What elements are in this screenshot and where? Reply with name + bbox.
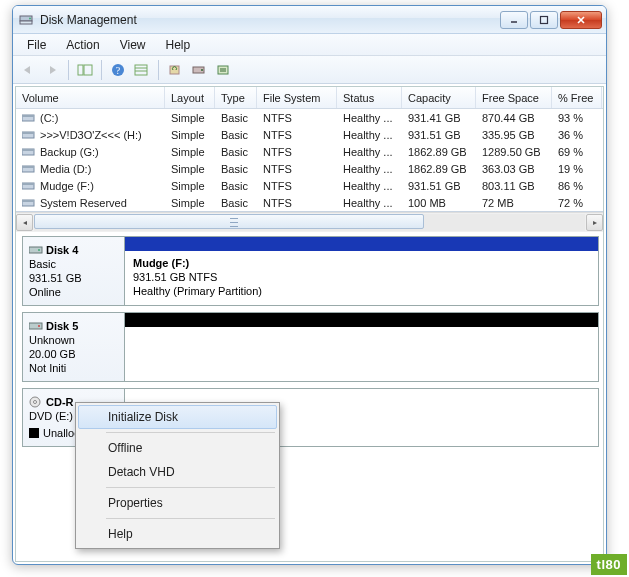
menu-view[interactable]: View <box>110 35 156 55</box>
rescan-icon[interactable] <box>188 59 210 81</box>
cell-fs: NTFS <box>257 145 337 159</box>
column-status[interactable]: Status <box>337 87 402 108</box>
cell-fs: NTFS <box>257 162 337 176</box>
partition-header <box>125 237 598 251</box>
disk-label[interactable]: Disk 5 Unknown 20.00 GB Not Initi <box>23 313 125 381</box>
cell-type: Basic <box>215 162 257 176</box>
table-row[interactable]: System ReservedSimpleBasicNTFSHealthy ..… <box>16 194 603 211</box>
action-icon[interactable] <box>212 59 234 81</box>
context-menu: Initialize Disk Offline Detach VHD Prope… <box>75 402 280 549</box>
disk-state: Not Initi <box>29 361 118 375</box>
scroll-thumb[interactable] <box>34 214 424 229</box>
svg-rect-23 <box>22 132 34 134</box>
disk-type: Basic <box>29 257 118 271</box>
cell-pct: 93 % <box>552 111 602 125</box>
table-row[interactable]: Backup (G:)SimpleBasicNTFSHealthy ...186… <box>16 143 603 160</box>
table-row[interactable]: Mudge (F:)SimpleBasicNTFSHealthy ...931.… <box>16 177 603 194</box>
cell-pct: 36 % <box>552 128 602 142</box>
svg-rect-21 <box>22 115 34 117</box>
cell-status: Healthy ... <box>337 128 402 142</box>
partition[interactable]: Mudge (F:) 931.51 GB NTFS Healthy (Prima… <box>125 237 598 305</box>
svg-point-37 <box>34 401 37 404</box>
column-layout[interactable]: Layout <box>165 87 215 108</box>
cell-fs: NTFS <box>257 111 337 125</box>
svg-text:?: ? <box>116 64 121 75</box>
cell-layout: Simple <box>165 128 215 142</box>
cell-layout: Simple <box>165 162 215 176</box>
disk-state: Online <box>29 285 118 299</box>
svg-rect-34 <box>29 323 42 329</box>
column-filesystem[interactable]: File System <box>257 87 337 108</box>
scroll-left-button[interactable]: ◂ <box>16 214 33 231</box>
scroll-right-button[interactable]: ▸ <box>586 214 603 231</box>
disk-row-disk4[interactable]: Disk 4 Basic 931.51 GB Online Mudge (F:)… <box>22 236 599 306</box>
cell-pct: 69 % <box>552 145 602 159</box>
svg-rect-32 <box>29 247 42 253</box>
svg-rect-14 <box>170 66 179 74</box>
table-row[interactable]: >>>V!D3O'Z<<< (H:)SimpleBasicNTFSHealthy… <box>16 126 603 143</box>
context-properties[interactable]: Properties <box>78 491 277 515</box>
column-capacity[interactable]: Capacity <box>402 87 476 108</box>
cell-type: Basic <box>215 179 257 193</box>
menu-help[interactable]: Help <box>156 35 201 55</box>
horizontal-scrollbar[interactable]: ◂ ▸ <box>16 212 603 232</box>
table-row[interactable]: (C:)SimpleBasicNTFSHealthy ...931.41 GB8… <box>16 109 603 126</box>
disk-row-disk5[interactable]: Disk 5 Unknown 20.00 GB Not Initi <box>22 312 599 382</box>
context-separator <box>106 432 275 433</box>
context-initialize-disk[interactable]: Initialize Disk <box>78 405 277 429</box>
watermark: tl80 <box>591 554 627 575</box>
scroll-track[interactable] <box>34 214 585 231</box>
cell-capacity: 931.51 GB <box>402 128 476 142</box>
forward-button[interactable] <box>41 59 63 81</box>
cell-status: Healthy ... <box>337 179 402 193</box>
svg-rect-29 <box>22 183 34 185</box>
menu-file[interactable]: File <box>17 35 56 55</box>
context-offline[interactable]: Offline <box>78 436 277 460</box>
cell-fs: NTFS <box>257 179 337 193</box>
disk-size: 931.51 GB <box>29 271 118 285</box>
cell-free: 335.95 GB <box>476 128 552 142</box>
svg-rect-17 <box>218 66 228 74</box>
volume-name: >>>V!D3O'Z<<< (H:) <box>40 129 142 141</box>
disk-name: Disk 4 <box>46 244 78 256</box>
refresh-icon[interactable] <box>164 59 186 81</box>
minimize-button[interactable] <box>500 11 528 29</box>
column-type[interactable]: Type <box>215 87 257 108</box>
volume-icon <box>22 112 36 124</box>
cell-fs: NTFS <box>257 196 337 210</box>
cell-capacity: 931.51 GB <box>402 179 476 193</box>
settings-list-icon[interactable] <box>131 59 153 81</box>
titlebar[interactable]: Disk Management <box>13 6 606 34</box>
app-icon <box>19 13 35 27</box>
svg-rect-31 <box>22 200 34 202</box>
toolbar-separator <box>101 60 102 80</box>
cell-pct: 19 % <box>552 162 602 176</box>
context-help[interactable]: Help <box>78 522 277 546</box>
cell-status: Healthy ... <box>337 196 402 210</box>
column-volume[interactable]: Volume <box>16 87 165 108</box>
disk-label[interactable]: Disk 4 Basic 931.51 GB Online <box>23 237 125 305</box>
column-pctfree[interactable]: % Free <box>552 87 602 108</box>
column-free[interactable]: Free Space <box>476 87 552 108</box>
maximize-button[interactable] <box>530 11 558 29</box>
volume-name: Media (D:) <box>40 163 91 175</box>
partition-header <box>125 313 598 327</box>
cell-capacity: 1862.89 GB <box>402 145 476 159</box>
svg-point-2 <box>29 17 31 19</box>
menu-action[interactable]: Action <box>56 35 109 55</box>
unallocated-partition[interactable] <box>125 313 598 381</box>
svg-rect-11 <box>135 65 147 75</box>
svg-rect-7 <box>78 65 83 75</box>
cell-layout: Simple <box>165 196 215 210</box>
table-row[interactable]: Media (D:)SimpleBasicNTFSHealthy ...1862… <box>16 160 603 177</box>
cell-type: Basic <box>215 128 257 142</box>
cell-layout: Simple <box>165 145 215 159</box>
show-hide-console-icon[interactable] <box>74 59 96 81</box>
help-icon[interactable]: ? <box>107 59 129 81</box>
close-button[interactable] <box>560 11 602 29</box>
context-detach-vhd[interactable]: Detach VHD <box>78 460 277 484</box>
volume-name: Backup (G:) <box>40 146 99 158</box>
svg-rect-8 <box>84 65 92 75</box>
volume-name: System Reserved <box>40 197 127 209</box>
back-button[interactable] <box>17 59 39 81</box>
